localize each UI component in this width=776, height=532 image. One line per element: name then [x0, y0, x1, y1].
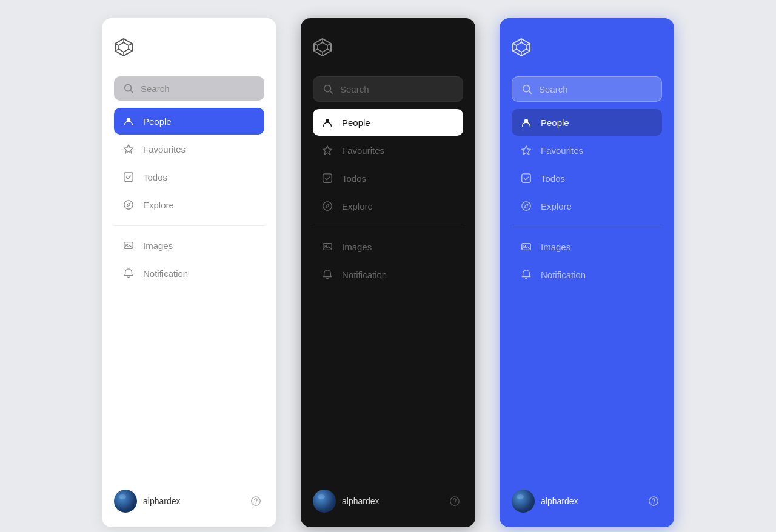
nav-item-people-blue[interactable]: People: [512, 109, 662, 136]
footer-dark: alphardex: [313, 477, 463, 513]
svg-marker-1: [119, 42, 129, 52]
person-icon-blue: [520, 116, 532, 128]
nav-item-todos-blue[interactable]: Todos: [512, 165, 662, 191]
svg-marker-33: [326, 204, 329, 207]
svg-line-9: [130, 90, 133, 93]
panels-container: People Favourites Todos: [102, 0, 674, 532]
search-icon-blue: [521, 83, 533, 95]
nav-item-explore-light[interactable]: Explore: [114, 191, 264, 218]
user-info-blue: alphardex: [512, 490, 578, 513]
panel-dark: People Favourites Todos: [301, 18, 475, 527]
search-bar-blue[interactable]: [512, 76, 662, 102]
search-bar-dark[interactable]: [313, 76, 463, 102]
nav-item-explore-dark[interactable]: Explore: [313, 193, 463, 219]
avatar-dark: [313, 490, 336, 513]
svg-point-51: [522, 202, 530, 210]
footer-light: alphardex: [114, 477, 264, 513]
footer-blue: alphardex: [512, 477, 662, 513]
svg-rect-12: [124, 173, 133, 181]
star-icon-dark: [321, 144, 333, 156]
bell-icon-dark: [321, 268, 333, 281]
avatar-blue: [512, 490, 535, 513]
nav-item-images-dark[interactable]: Images: [313, 233, 463, 260]
search-input-dark[interactable]: [340, 84, 455, 95]
help-button-light[interactable]: [247, 493, 264, 510]
nav-item-notification-dark[interactable]: Notification: [313, 261, 463, 288]
nav-label-people-light: People: [143, 116, 172, 127]
nav-label-todos-light: Todos: [143, 172, 167, 182]
image-icon-light: [122, 239, 135, 251]
user-info-light: alphardex: [114, 490, 181, 513]
nav-item-favourites-light[interactable]: Favourites: [114, 136, 264, 162]
panel-blue: People Favourites Todos: [500, 18, 674, 527]
nav-item-notification-blue[interactable]: Notification: [512, 261, 662, 288]
nav-label-favourites-dark: Favourites: [342, 145, 384, 156]
nav-item-people-dark[interactable]: People: [313, 109, 463, 136]
svg-rect-34: [323, 244, 332, 250]
nav-label-explore-blue: Explore: [541, 201, 572, 211]
compass-icon-blue: [520, 200, 532, 212]
nav-label-images-light: Images: [143, 241, 173, 251]
person-icon-dark: [321, 116, 333, 128]
divider-blue: [512, 227, 662, 227]
nav-label-todos-blue: Todos: [541, 173, 565, 184]
svg-rect-53: [522, 244, 530, 250]
nav-label-explore-dark: Explore: [342, 201, 373, 211]
search-bar-light[interactable]: [114, 76, 264, 101]
nav-label-explore-light: Explore: [143, 200, 174, 210]
divider-dark: [313, 227, 463, 227]
nav-item-favourites-dark[interactable]: Favourites: [313, 137, 463, 164]
check-icon-dark: [321, 172, 333, 184]
svg-marker-49: [522, 146, 530, 155]
svg-point-32: [323, 202, 332, 210]
nav-label-images-blue: Images: [541, 242, 570, 252]
username-light: alphardex: [143, 496, 181, 506]
avatar-light: [114, 490, 137, 513]
help-button-blue[interactable]: [645, 493, 662, 510]
user-info-dark: alphardex: [313, 490, 380, 513]
panel-light: People Favourites Todos: [102, 18, 276, 527]
nav-label-favourites-blue: Favourites: [541, 145, 583, 156]
star-icon-blue: [520, 144, 532, 156]
nav-item-notification-light[interactable]: Notification: [114, 260, 264, 287]
logo-dark: [313, 38, 463, 59]
person-icon-light: [122, 115, 135, 127]
svg-marker-11: [124, 145, 133, 153]
image-icon-blue: [520, 241, 532, 253]
search-input-light[interactable]: [141, 84, 256, 94]
svg-point-55: [649, 497, 658, 505]
search-icon-dark: [322, 83, 334, 95]
svg-rect-15: [124, 242, 133, 249]
svg-marker-52: [524, 204, 527, 207]
nav-item-favourites-blue[interactable]: Favourites: [512, 137, 662, 164]
svg-point-37: [454, 503, 455, 504]
nav-item-people-light[interactable]: People: [114, 108, 264, 135]
check-icon-light: [122, 171, 135, 183]
help-button-dark[interactable]: [446, 493, 463, 510]
nav-item-images-blue[interactable]: Images: [512, 233, 662, 260]
nav-label-notification-blue: Notification: [541, 270, 586, 280]
username-dark: alphardex: [342, 496, 380, 506]
svg-marker-14: [127, 203, 130, 206]
svg-rect-31: [323, 174, 332, 182]
logo-blue: [512, 38, 662, 59]
svg-marker-30: [323, 146, 332, 155]
nav-item-images-light[interactable]: Images: [114, 232, 264, 259]
nav-label-notification-dark: Notification: [342, 270, 387, 280]
compass-icon-light: [122, 199, 135, 211]
bell-icon-light: [122, 267, 135, 279]
search-input-blue[interactable]: [539, 84, 654, 95]
check-icon-blue: [520, 172, 532, 184]
logo-light: [114, 38, 264, 59]
nav-item-todos-light[interactable]: Todos: [114, 164, 264, 190]
star-icon-light: [122, 143, 135, 155]
svg-marker-39: [517, 42, 526, 52]
nav-item-todos-dark[interactable]: Todos: [313, 165, 463, 191]
nav-label-people-dark: People: [342, 118, 370, 128]
nav-label-notification-light: Notification: [143, 268, 188, 279]
nav-label-favourites-light: Favourites: [143, 144, 186, 155]
nav-label-images-dark: Images: [342, 242, 372, 252]
divider-light: [114, 225, 264, 226]
nav-item-explore-blue[interactable]: Explore: [512, 193, 662, 219]
search-icon-light: [122, 82, 135, 95]
